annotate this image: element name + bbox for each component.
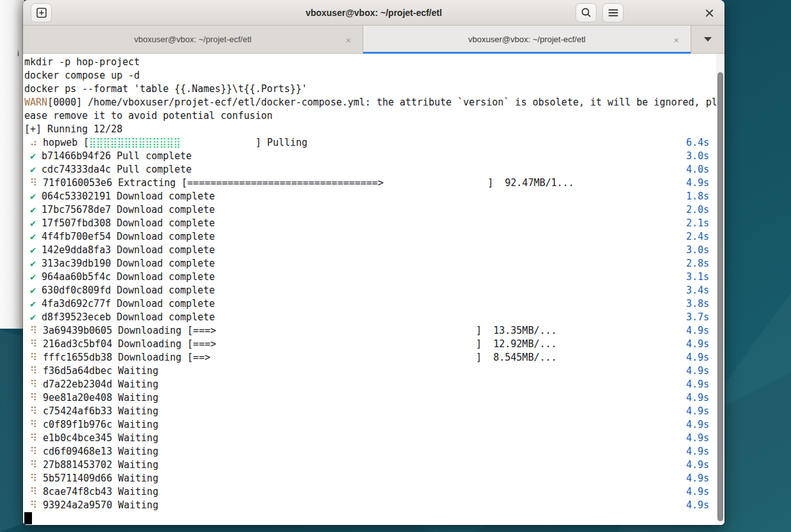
terminal-line: ✔ d8f39523eceb Download complete3.7s <box>24 311 724 324</box>
close-icon <box>705 8 714 18</box>
terminal-line: ⠻ 216ad3c5bf04 Downloading [===> ] 12.92… <box>24 338 724 351</box>
terminal-line: ⠻ cd6f09468e13 Waiting4.9s <box>24 445 724 458</box>
background-window-text: i <box>17 49 19 58</box>
terminal-line: ✔ 4f4fb700ef54 Download complete2.4s <box>24 230 724 244</box>
terminal-line: ✔ 313ac39db190 Download complete2.8s <box>24 257 724 270</box>
terminal-line: ✔ 142e9dda8fa3 Download complete3.0s <box>24 244 724 257</box>
terminal-line: ⠻ 71f0160053e6 Extracting [=============… <box>24 176 724 190</box>
terminal-line: WARN[0000] /home/vboxuser/projet-ecf/etl… <box>24 96 724 109</box>
terminal-line: ✔ cdc74333da4c Pull complete4.0s <box>24 163 724 176</box>
tab-2-active[interactable]: vboxuser@vbox: ~/projet-ecf/etl × <box>363 26 691 53</box>
tab-bar: vboxuser@vbox: ~/projet-ecf/etl × vboxus… <box>23 26 724 54</box>
terminal-window: vboxuser@vbox: ~/projet-ecf/etl <box>23 0 724 525</box>
terminal-line: ⠻ e1b0c4bce345 Waiting4.9s <box>24 432 724 445</box>
tab-1-label: vboxuser@vbox: ~/projet-ecf/etl <box>134 35 251 44</box>
tab-2-label: vboxuser@vbox: ~/projet-ecf/etl <box>468 35 585 44</box>
tab-list-dropdown-button[interactable] <box>691 26 724 53</box>
terminal-line: ✔ 17f507fbd308 Download complete2.1s <box>24 217 724 230</box>
terminal-line: mkdir -p hop-project <box>24 56 724 69</box>
terminal-line: ✔ 964aa60b5f4c Download complete3.1s <box>24 270 724 284</box>
terminal-line: ✔ b71466b94f26 Pull complete3.0s <box>24 150 724 163</box>
scrollbar[interactable] <box>716 54 724 525</box>
terminal-line: ⠻ f36d5a64dbec Waiting4.9s <box>24 364 724 378</box>
terminal-line: [+] Running 12/28 <box>24 123 724 136</box>
terminal-line: docker compose up -d <box>24 69 724 82</box>
terminal-line: ⠻ 27b881453702 Waiting4.9s <box>24 458 724 472</box>
terminal-line: ✔ 630df0c809fd Download complete3.4s <box>24 284 724 297</box>
terminal-line: ⠻ 3a69439b0605 Downloading [===> ] 13.35… <box>24 324 724 338</box>
terminal-line: ⠻ 8cae74f8cb43 Waiting4.9s <box>24 485 724 499</box>
window-close-button[interactable] <box>699 3 719 23</box>
terminal-line: ⠴ hopweb [⣿⣿⣿⣿⣿⣿⣿⣿⣿⣿⣿⣿⣿ ] Pulling6.4s <box>24 136 724 150</box>
terminal-output: mkdir -p hop-projectdocker compose up -d… <box>24 56 724 525</box>
new-tab-icon <box>36 7 47 19</box>
terminal-line: ⠻ fffc1655db38 Downloading [==> ] 8.545M… <box>24 351 724 364</box>
background-window[interactable]: i <box>0 0 24 329</box>
terminal-line: ease remove it to avoid potential confus… <box>24 109 724 123</box>
new-tab-button[interactable] <box>31 3 52 22</box>
titlebar[interactable]: vboxuser@vbox: ~/projet-ecf/etl <box>23 0 724 26</box>
menu-button[interactable] <box>602 3 623 22</box>
tab-1[interactable]: vboxuser@vbox: ~/projet-ecf/etl × <box>23 26 363 53</box>
terminal-line <box>24 512 724 525</box>
search-button[interactable] <box>576 3 597 22</box>
terminal-line: ✔ 17bc75678de7 Download complete2.0s <box>24 203 724 217</box>
terminal-cursor <box>24 512 32 524</box>
chevron-down-icon <box>704 37 712 42</box>
terminal-line: ⠻ d7a22eb2304d Waiting4.9s <box>24 378 724 391</box>
terminal-line: ⠻ 93924a2a9570 Waiting4.9s <box>24 499 724 512</box>
terminal-line: ⠻ c75424af6b33 Waiting4.9s <box>24 405 724 418</box>
terminal-line: docker ps --format 'table {{.Names}}\t{{… <box>24 82 724 96</box>
terminal-line: ✔ 4fa3d692c77f Download complete3.8s <box>24 297 724 311</box>
terminal-line: ✔ 064c53302191 Download complete1.8s <box>24 190 724 203</box>
terminal-viewport[interactable]: mkdir -p hop-projectdocker compose up -d… <box>23 54 724 525</box>
scrollbar-thumb[interactable] <box>717 72 723 521</box>
terminal-line: ⠻ 9ee81a20e408 Waiting4.9s <box>24 391 724 405</box>
search-icon <box>581 7 592 19</box>
hamburger-menu-icon <box>608 8 618 17</box>
terminal-line: ⠻ 5b5711409d66 Waiting4.9s <box>24 472 724 485</box>
tab-2-close-icon[interactable]: × <box>673 35 679 44</box>
tab-1-close-icon[interactable]: × <box>345 35 351 44</box>
terminal-line: ⠻ c0f89f1b976c Waiting4.9s <box>24 418 724 432</box>
